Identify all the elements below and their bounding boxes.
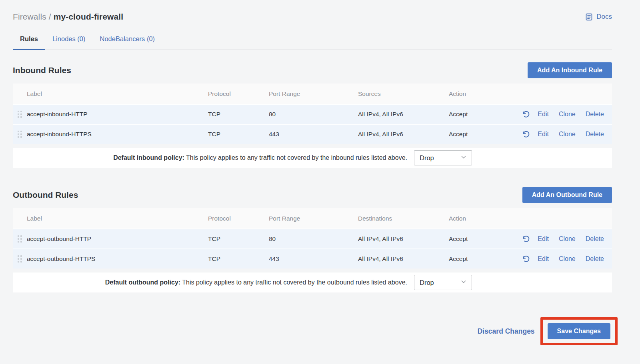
inbound-policy-select[interactable]: Drop (414, 150, 472, 165)
rule-port-range: 443 (269, 255, 358, 263)
drag-handle[interactable] (13, 235, 27, 243)
edit-link[interactable]: Edit (538, 255, 549, 263)
delete-link[interactable]: Delete (586, 131, 604, 138)
drag-dots-icon (18, 255, 22, 263)
tab-linodes[interactable]: Linodes (0) (45, 31, 93, 49)
inbound-section-header: Inbound Rules Add An Inbound Rule (13, 62, 612, 78)
rule-label: accept-inbound-HTTP (27, 111, 208, 118)
edit-link[interactable]: Edit (538, 111, 549, 118)
rule-label: accept-outbound-HTTPS (27, 255, 208, 263)
drag-dots-icon (18, 235, 22, 243)
rule-destinations: All IPv4, All IPv6 (358, 235, 449, 243)
drag-handle[interactable] (13, 111, 27, 118)
column-header-sources: Sources (358, 90, 449, 97)
default-inbound-policy-row: Default inbound policy: This policy appl… (13, 148, 612, 168)
undo-icon[interactable] (522, 255, 530, 263)
table-row-accept-outbound-https: accept-outbound-HTTPS TCP 443 All IPv4, … (13, 249, 612, 269)
policy-label: Default outbound policy: (105, 279, 180, 286)
rule-label: accept-outbound-HTTP (27, 235, 208, 243)
breadcrumb: Firewalls/my-cloud-firewall (13, 12, 123, 22)
clone-link[interactable]: Clone (559, 111, 576, 118)
undo-icon[interactable] (522, 110, 530, 119)
outbound-rules-table: Label Protocol Port Range Destinations A… (13, 208, 612, 269)
rule-destinations: All IPv4, All IPv6 (358, 255, 449, 263)
delete-link[interactable]: Delete (586, 235, 604, 243)
column-header-port-range: Port Range (269, 215, 358, 222)
rule-sources: All IPv4, All IPv6 (358, 111, 449, 118)
clone-link[interactable]: Clone (559, 131, 576, 138)
default-outbound-policy-text: Default outbound policy: This policy app… (105, 279, 407, 286)
breadcrumb-firewalls-link[interactable]: Firewalls (13, 12, 46, 21)
drag-handle[interactable] (13, 255, 27, 263)
breadcrumb-separator: / (49, 12, 51, 21)
tab-bar: Rules Linodes (0) NodeBalancers (0) (13, 31, 612, 50)
inbound-table-header: Label Protocol Port Range Sources Action (13, 84, 612, 104)
column-header-port-range: Port Range (269, 90, 358, 97)
rule-action: Accept (449, 131, 520, 138)
annotation-highlight-box: Save Changes (540, 317, 618, 345)
rule-sources: All IPv4, All IPv6 (358, 131, 449, 138)
table-row-accept-inbound-http: accept-inbound-HTTP TCP 80 All IPv4, All… (13, 104, 612, 124)
selected-policy-value: Drop (420, 154, 434, 162)
page-title: my-cloud-firewall (54, 12, 123, 21)
column-header-destinations: Destinations (358, 215, 449, 222)
clone-link[interactable]: Clone (559, 255, 576, 263)
rule-label: accept-inbound-HTTPS (27, 131, 208, 138)
column-header-protocol: Protocol (208, 215, 269, 222)
undo-icon[interactable] (522, 130, 530, 139)
rule-protocol: TCP (208, 131, 269, 138)
rule-port-range: 443 (269, 131, 358, 138)
add-outbound-rule-button[interactable]: Add An Outbound Rule (522, 187, 612, 203)
edit-link[interactable]: Edit (538, 131, 549, 138)
add-inbound-rule-button[interactable]: Add An Inbound Rule (528, 62, 612, 78)
undo-icon[interactable] (522, 235, 530, 243)
outbound-policy-select[interactable]: Drop (414, 275, 472, 290)
column-header-label: Label (27, 90, 208, 97)
firewall-detail-page: Firewalls/my-cloud-firewall Docs Rules L… (0, 0, 640, 345)
docs-icon (585, 13, 593, 21)
row-actions: Edit Clone Delete (520, 255, 612, 263)
policy-description: This policy applies to any traffic not c… (184, 154, 407, 161)
rule-action: Accept (449, 255, 520, 263)
policy-description: This policy applies to any traffic not c… (180, 279, 407, 286)
tab-rules[interactable]: Rules (13, 31, 45, 49)
outbound-table-header: Label Protocol Port Range Destinations A… (13, 208, 612, 229)
rule-port-range: 80 (269, 235, 358, 243)
column-header-protocol: Protocol (208, 90, 269, 97)
row-actions: Edit Clone Delete (520, 130, 612, 139)
chevron-down-icon (460, 154, 467, 162)
column-header-action: Action (449, 215, 520, 222)
delete-link[interactable]: Delete (586, 255, 604, 263)
inbound-rules-table: Label Protocol Port Range Sources Action… (13, 84, 612, 144)
row-actions: Edit Clone Delete (520, 235, 612, 243)
rule-protocol: TCP (208, 111, 269, 118)
default-inbound-policy-text: Default inbound policy: This policy appl… (113, 154, 407, 161)
drag-dots-icon (18, 131, 22, 138)
discard-changes-link[interactable]: Discard Changes (478, 327, 535, 336)
outbound-section-header: Outbound Rules Add An Outbound Rule (13, 187, 612, 203)
selected-policy-value: Drop (420, 279, 434, 286)
docs-label: Docs (596, 13, 612, 21)
table-row-accept-outbound-http: accept-outbound-HTTP TCP 80 All IPv4, Al… (13, 229, 612, 249)
inbound-rules-title: Inbound Rules (13, 66, 71, 75)
edit-link[interactable]: Edit (538, 235, 549, 243)
docs-link[interactable]: Docs (585, 13, 612, 21)
tab-nodebalancers[interactable]: NodeBalancers (0) (93, 31, 162, 49)
chevron-down-icon (460, 278, 467, 286)
clone-link[interactable]: Clone (559, 235, 576, 243)
delete-link[interactable]: Delete (586, 111, 604, 118)
column-header-action: Action (449, 90, 520, 97)
drag-handle[interactable] (13, 131, 27, 138)
rule-protocol: TCP (208, 255, 269, 263)
page-header: Firewalls/my-cloud-firewall Docs (13, 12, 612, 22)
rule-protocol: TCP (208, 235, 269, 243)
row-actions: Edit Clone Delete (520, 110, 612, 119)
default-outbound-policy-row: Default outbound policy: This policy app… (13, 273, 612, 292)
drag-dots-icon (18, 111, 22, 118)
rule-port-range: 80 (269, 111, 358, 118)
outbound-rules-title: Outbound Rules (13, 190, 78, 200)
rule-action: Accept (449, 111, 520, 118)
save-changes-button[interactable]: Save Changes (548, 323, 610, 339)
table-row-accept-inbound-https: accept-inbound-HTTPS TCP 443 All IPv4, A… (13, 124, 612, 144)
rule-action: Accept (449, 235, 520, 243)
